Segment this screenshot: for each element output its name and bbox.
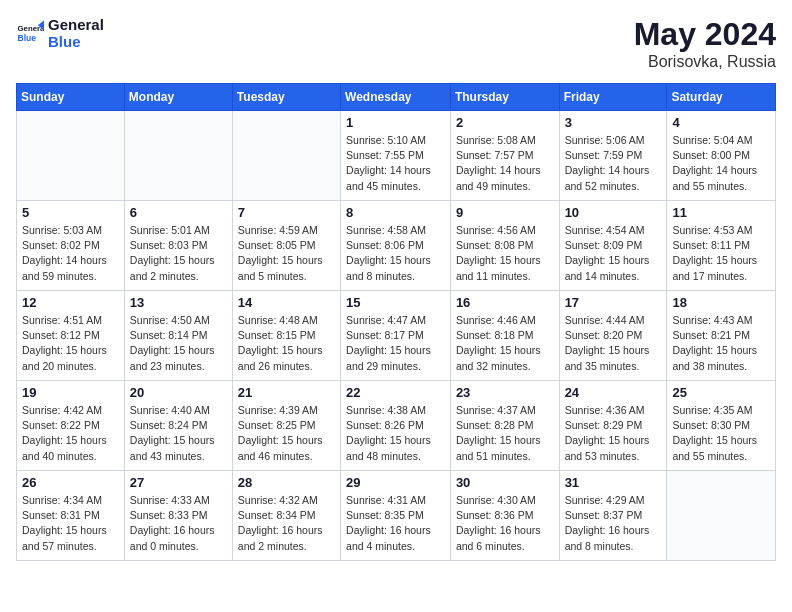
calendar-week-4: 19Sunrise: 4:42 AMSunset: 8:22 PMDayligh… [17,381,776,471]
day-info: Sunrise: 4:53 AMSunset: 8:11 PMDaylight:… [672,223,770,284]
calendar-cell: 19Sunrise: 4:42 AMSunset: 8:22 PMDayligh… [17,381,125,471]
day-info: Sunrise: 4:39 AMSunset: 8:25 PMDaylight:… [238,403,335,464]
day-number: 8 [346,205,445,220]
calendar-cell: 8Sunrise: 4:58 AMSunset: 8:06 PMDaylight… [341,201,451,291]
day-info: Sunrise: 5:03 AMSunset: 8:02 PMDaylight:… [22,223,119,284]
day-number: 21 [238,385,335,400]
weekday-header-tuesday: Tuesday [232,84,340,111]
logo-general: General [48,16,104,33]
calendar-cell [232,111,340,201]
day-info: Sunrise: 5:04 AMSunset: 8:00 PMDaylight:… [672,133,770,194]
day-info: Sunrise: 4:36 AMSunset: 8:29 PMDaylight:… [565,403,662,464]
day-info: Sunrise: 4:31 AMSunset: 8:35 PMDaylight:… [346,493,445,554]
calendar-cell: 11Sunrise: 4:53 AMSunset: 8:11 PMDayligh… [667,201,776,291]
calendar-week-1: 1Sunrise: 5:10 AMSunset: 7:55 PMDaylight… [17,111,776,201]
day-number: 26 [22,475,119,490]
weekday-header-row: SundayMondayTuesdayWednesdayThursdayFrid… [17,84,776,111]
day-number: 24 [565,385,662,400]
day-info: Sunrise: 4:48 AMSunset: 8:15 PMDaylight:… [238,313,335,374]
day-number: 5 [22,205,119,220]
day-info: Sunrise: 4:43 AMSunset: 8:21 PMDaylight:… [672,313,770,374]
calendar-cell: 24Sunrise: 4:36 AMSunset: 8:29 PMDayligh… [559,381,667,471]
day-info: Sunrise: 5:10 AMSunset: 7:55 PMDaylight:… [346,133,445,194]
calendar-cell: 25Sunrise: 4:35 AMSunset: 8:30 PMDayligh… [667,381,776,471]
calendar-cell: 7Sunrise: 4:59 AMSunset: 8:05 PMDaylight… [232,201,340,291]
calendar-cell: 2Sunrise: 5:08 AMSunset: 7:57 PMDaylight… [450,111,559,201]
logo-blue: Blue [48,33,104,50]
calendar-header: SundayMondayTuesdayWednesdayThursdayFrid… [17,84,776,111]
calendar-cell [17,111,125,201]
day-info: Sunrise: 4:30 AMSunset: 8:36 PMDaylight:… [456,493,554,554]
calendar-week-2: 5Sunrise: 5:03 AMSunset: 8:02 PMDaylight… [17,201,776,291]
day-info: Sunrise: 5:06 AMSunset: 7:59 PMDaylight:… [565,133,662,194]
day-info: Sunrise: 4:50 AMSunset: 8:14 PMDaylight:… [130,313,227,374]
day-info: Sunrise: 4:37 AMSunset: 8:28 PMDaylight:… [456,403,554,464]
day-number: 3 [565,115,662,130]
day-info: Sunrise: 4:34 AMSunset: 8:31 PMDaylight:… [22,493,119,554]
calendar-cell: 20Sunrise: 4:40 AMSunset: 8:24 PMDayligh… [124,381,232,471]
calendar-cell [667,471,776,561]
logo-icon: General Blue [16,19,44,47]
calendar-cell: 13Sunrise: 4:50 AMSunset: 8:14 PMDayligh… [124,291,232,381]
day-info: Sunrise: 4:44 AMSunset: 8:20 PMDaylight:… [565,313,662,374]
day-info: Sunrise: 4:58 AMSunset: 8:06 PMDaylight:… [346,223,445,284]
day-number: 11 [672,205,770,220]
day-number: 31 [565,475,662,490]
calendar-cell: 30Sunrise: 4:30 AMSunset: 8:36 PMDayligh… [450,471,559,561]
calendar-cell: 18Sunrise: 4:43 AMSunset: 8:21 PMDayligh… [667,291,776,381]
calendar-cell: 23Sunrise: 4:37 AMSunset: 8:28 PMDayligh… [450,381,559,471]
day-info: Sunrise: 4:32 AMSunset: 8:34 PMDaylight:… [238,493,335,554]
calendar-body: 1Sunrise: 5:10 AMSunset: 7:55 PMDaylight… [17,111,776,561]
weekday-header-wednesday: Wednesday [341,84,451,111]
calendar-cell: 9Sunrise: 4:56 AMSunset: 8:08 PMDaylight… [450,201,559,291]
calendar-cell: 4Sunrise: 5:04 AMSunset: 8:00 PMDaylight… [667,111,776,201]
day-number: 2 [456,115,554,130]
day-number: 6 [130,205,227,220]
day-info: Sunrise: 4:29 AMSunset: 8:37 PMDaylight:… [565,493,662,554]
day-number: 9 [456,205,554,220]
location-title: Borisovka, Russia [634,53,776,71]
weekday-header-monday: Monday [124,84,232,111]
day-number: 14 [238,295,335,310]
day-info: Sunrise: 4:47 AMSunset: 8:17 PMDaylight:… [346,313,445,374]
day-number: 1 [346,115,445,130]
day-number: 19 [22,385,119,400]
weekday-header-thursday: Thursday [450,84,559,111]
weekday-header-sunday: Sunday [17,84,125,111]
day-number: 10 [565,205,662,220]
calendar-cell: 29Sunrise: 4:31 AMSunset: 8:35 PMDayligh… [341,471,451,561]
calendar-cell: 26Sunrise: 4:34 AMSunset: 8:31 PMDayligh… [17,471,125,561]
calendar-cell: 1Sunrise: 5:10 AMSunset: 7:55 PMDaylight… [341,111,451,201]
day-number: 4 [672,115,770,130]
day-info: Sunrise: 4:38 AMSunset: 8:26 PMDaylight:… [346,403,445,464]
day-info: Sunrise: 4:59 AMSunset: 8:05 PMDaylight:… [238,223,335,284]
page-header: General Blue General Blue May 2024 Boris… [16,16,776,71]
calendar-cell: 14Sunrise: 4:48 AMSunset: 8:15 PMDayligh… [232,291,340,381]
month-year-title: May 2024 [634,16,776,53]
svg-text:Blue: Blue [18,33,37,43]
calendar-week-3: 12Sunrise: 4:51 AMSunset: 8:12 PMDayligh… [17,291,776,381]
day-info: Sunrise: 5:08 AMSunset: 7:57 PMDaylight:… [456,133,554,194]
day-number: 30 [456,475,554,490]
day-info: Sunrise: 4:51 AMSunset: 8:12 PMDaylight:… [22,313,119,374]
day-info: Sunrise: 4:42 AMSunset: 8:22 PMDaylight:… [22,403,119,464]
calendar-cell [124,111,232,201]
calendar-cell: 31Sunrise: 4:29 AMSunset: 8:37 PMDayligh… [559,471,667,561]
day-number: 17 [565,295,662,310]
calendar-cell: 17Sunrise: 4:44 AMSunset: 8:20 PMDayligh… [559,291,667,381]
day-number: 16 [456,295,554,310]
day-info: Sunrise: 4:40 AMSunset: 8:24 PMDaylight:… [130,403,227,464]
day-info: Sunrise: 4:33 AMSunset: 8:33 PMDaylight:… [130,493,227,554]
calendar-cell: 28Sunrise: 4:32 AMSunset: 8:34 PMDayligh… [232,471,340,561]
weekday-header-saturday: Saturday [667,84,776,111]
weekday-header-friday: Friday [559,84,667,111]
day-number: 7 [238,205,335,220]
calendar-cell: 3Sunrise: 5:06 AMSunset: 7:59 PMDaylight… [559,111,667,201]
calendar-cell: 12Sunrise: 4:51 AMSunset: 8:12 PMDayligh… [17,291,125,381]
day-number: 20 [130,385,227,400]
calendar-cell: 5Sunrise: 5:03 AMSunset: 8:02 PMDaylight… [17,201,125,291]
calendar-cell: 6Sunrise: 5:01 AMSunset: 8:03 PMDaylight… [124,201,232,291]
title-block: May 2024 Borisovka, Russia [634,16,776,71]
calendar-cell: 15Sunrise: 4:47 AMSunset: 8:17 PMDayligh… [341,291,451,381]
day-info: Sunrise: 4:56 AMSunset: 8:08 PMDaylight:… [456,223,554,284]
